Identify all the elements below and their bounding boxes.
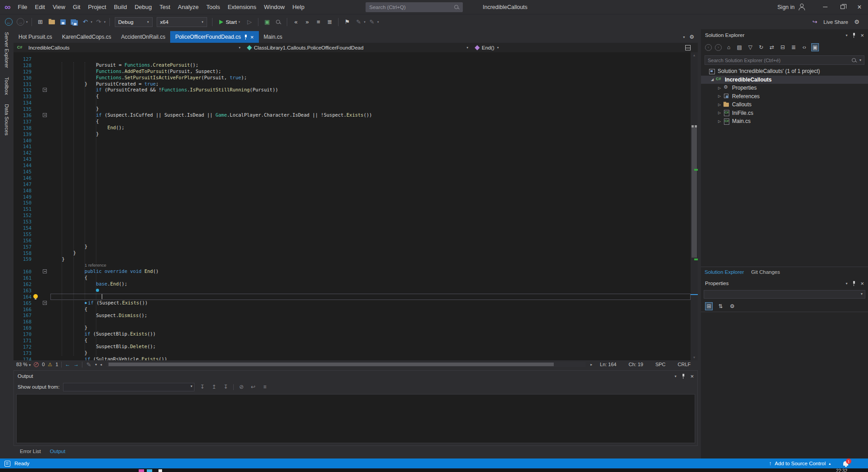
code-line[interactable]: 133 { [14,93,691,100]
line-number[interactable]: 133 [14,94,32,99]
type-dropdown[interactable]: ClassLibrary1.Callouts.PoliceOfficerFoun… [244,43,472,52]
line-number[interactable]: 164 [14,294,32,300]
minimize-button[interactable] [817,0,834,14]
line-number[interactable]: 162 [14,281,32,287]
code-line[interactable]: 174 if (SultanRsVehicle.Exists()) [14,356,691,360]
side-tab-data-sources[interactable]: Data Sources [4,104,9,136]
restore-button[interactable] [834,0,851,14]
glyph-margin[interactable] [32,350,50,356]
glyph-margin[interactable] [32,150,50,156]
glyph-margin[interactable] [32,187,50,194]
menu-item-edit[interactable]: Edit [32,2,49,12]
tree-item-callouts[interactable]: ▷Callouts [701,100,868,109]
menu-item-help[interactable]: Help [289,2,308,12]
menu-item-test[interactable]: Test [156,2,174,12]
live-share-button[interactable]: Live Share [823,19,848,25]
glyph-margin[interactable] [32,100,50,106]
code-line[interactable]: 138 End(); [14,125,691,131]
next-change-icon[interactable]: → [73,361,79,368]
user-profile-icon[interactable] [798,4,805,10]
code-line[interactable]: 130 Functions.SetPursuitIsActiveForPlaye… [14,75,691,81]
alphabetical-sort-icon[interactable]: ⇅ [717,302,724,310]
line-number[interactable]: 153 [14,219,32,224]
glyph-margin[interactable] [32,68,50,75]
glyph-margin[interactable] [32,300,50,306]
glyph-margin[interactable] [32,75,50,81]
add-to-source-control-button[interactable]: Add to Source Control [775,461,826,466]
line-number[interactable]: 129 [14,69,32,74]
active-files-dropdown-icon[interactable]: ▾ [683,35,685,39]
indent-decrease-icon[interactable]: « [291,17,301,27]
glyph-margin[interactable] [32,237,50,244]
tree-item-references[interactable]: ▷References [701,92,868,101]
document-tab-main-cs[interactable]: Main.cs [259,31,287,43]
switch-views-icon[interactable]: ▤ [736,43,743,51]
solution-platform-dropdown[interactable]: x64▾ [157,17,207,27]
source-control-caret-icon[interactable]: ▴ [829,462,831,466]
code-line[interactable]: 171 { [14,337,691,344]
member-dropdown[interactable]: End() ▾ [472,43,698,52]
code-line[interactable]: 158 } [14,250,691,256]
line-number[interactable]: 128 [14,63,32,68]
line-number[interactable]: 146 [14,175,32,181]
navigation-caret-icon[interactable]: ▾ [26,20,28,24]
expander-icon[interactable]: ▷ [718,103,723,107]
line-number[interactable]: 167 [14,313,32,318]
glyph-margin[interactable] [32,231,50,237]
line-number[interactable]: 172 [14,344,32,349]
line-number[interactable]: 136 [14,113,32,118]
glyph-margin[interactable] [32,194,50,200]
glyph-margin[interactable] [32,125,50,131]
view-code-icon[interactable]: ‹› [800,43,808,51]
scroll-down-icon[interactable]: ▼ [691,354,698,360]
indent-increase-icon[interactable]: » [302,17,312,27]
expander-icon[interactable]: ▷ [718,119,723,123]
glyph-margin[interactable] [32,287,50,294]
prev-change-icon[interactable]: ← [65,361,70,368]
code-line[interactable]: 164 [14,294,691,300]
scroll-up-icon[interactable]: ▲ [691,52,698,58]
code-line[interactable]: 160 public override void End() [14,268,691,275]
background-tasks-icon[interactable] [5,461,10,467]
glyph-margin[interactable] [32,331,50,337]
line-number[interactable]: 166 [14,307,32,312]
line-number[interactable]: 135 [14,106,32,112]
code-editor[interactable]: 127128 Pursuit = Functions.CreatePursuit… [14,52,691,360]
glyph-margin[interactable] [32,281,50,287]
tree-item-solution-incrediblecallouts-1-of-1-project[interactable]: Solution 'IncredibleCallouts' (1 of 1 pr… [701,67,868,76]
line-number[interactable]: 154 [14,225,32,231]
code-line[interactable]: 165 ◆if (Suspect.Exists()) [14,300,691,306]
code-line[interactable]: 135 } [14,106,691,112]
glyph-margin[interactable] [32,106,50,112]
glyph-margin[interactable] [32,56,50,62]
pin-icon[interactable] [244,34,247,40]
code-line[interactable]: 127 [14,56,691,62]
bottom-tab-error-list[interactable]: Error List [16,448,45,455]
code-line[interactable]: 128 Pursuit = Functions.CreatePursuit(); [14,62,691,68]
expander-icon[interactable]: ◢ [711,77,716,82]
side-tab-toolbox[interactable]: Toolbox [4,77,9,95]
line-number[interactable]: 141 [14,144,32,149]
window-position-caret-icon[interactable]: ▾ [674,374,676,378]
horizontal-scrollbar-thumb[interactable] [108,363,554,366]
document-tab-hot-pursuit-cs[interactable]: Hot Pursuit.cs [14,31,57,43]
code-line[interactable]: 142 [14,150,691,156]
code-line[interactable]: 170 if (SuspectBlip.Exists()) [14,331,691,337]
close-icon[interactable]: × [250,34,254,40]
window-position-caret-icon[interactable]: ▾ [845,33,847,37]
line-number[interactable]: 144 [14,163,32,168]
pin-icon[interactable] [852,281,855,286]
window-position-caret-icon[interactable]: ▾ [845,281,847,286]
bottom-tab-output[interactable]: Output [46,448,69,455]
line-number[interactable]: 151 [14,206,32,212]
glyph-margin[interactable] [32,93,50,100]
tree-item-inifile-cs[interactable]: ▷IniFile.cs [701,109,868,118]
glyph-margin[interactable] [32,156,50,162]
code-line[interactable]: 167 Suspect.Dismiss(); [14,313,691,319]
menu-item-tools[interactable]: Tools [203,2,223,12]
sync-with-active-document-icon[interactable]: ⇄ [768,43,776,51]
split-window-icon[interactable] [685,45,691,50]
run-without-debugging-icon[interactable]: ▷ [244,17,254,27]
code-line[interactable]: 144 [14,162,691,168]
tree-item-main-cs[interactable]: ▷Main.cs [701,117,868,126]
